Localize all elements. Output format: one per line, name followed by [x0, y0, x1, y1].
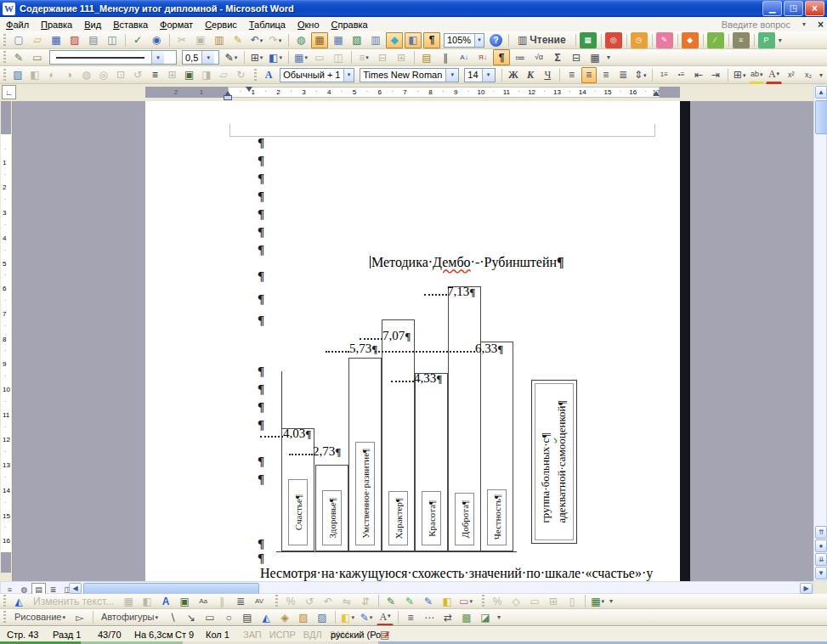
value-label-row[interactable]: 4,33¶ — [391, 371, 442, 386]
toolbar-grip[interactable] — [275, 595, 278, 607]
body-text-line[interactable]: Несмотря·на·кажущуюся·схожесть·значений·… — [260, 566, 653, 581]
toolbar-grip[interactable] — [3, 51, 6, 64]
paste-icon[interactable]: ▥ — [211, 32, 228, 48]
superscript-button[interactable]: x² — [784, 67, 799, 83]
wordart-gallery-icon[interactable]: ▦ — [120, 593, 137, 609]
scroll-up-icon[interactable]: ▲ — [815, 86, 827, 99]
select-frame-icon[interactable]: ▭ — [526, 593, 543, 609]
addin-slash-icon[interactable]: ∕ — [707, 32, 724, 48]
spelling-icon[interactable]: ✓ — [129, 32, 146, 48]
format-picture-icon[interactable]: ◨ — [199, 67, 214, 83]
next-page-icon[interactable]: ⇊ — [815, 553, 827, 566]
format-painter-icon[interactable]: ✎ — [229, 32, 246, 48]
chevron-down-icon[interactable]: ▾ — [802, 20, 806, 28]
sort-ascending-icon[interactable]: А↓ — [456, 49, 473, 65]
zoom-select[interactable]: 105% ▾ — [444, 33, 484, 48]
italic-button[interactable]: К — [523, 67, 538, 83]
addin-acrobat-icon[interactable]: ◎ — [605, 32, 622, 48]
arrow-tool-icon[interactable]: ↘ — [183, 609, 200, 625]
picture-line-style-icon[interactable]: ≡ — [147, 67, 162, 83]
chevron-down-icon[interactable]: ▾ — [445, 69, 458, 82]
insert-wordart-icon[interactable]: ◭ — [10, 593, 27, 609]
value-label-row[interactable]: 6,33¶ — [375, 342, 503, 356]
borders-button[interactable]: ⊞ — [732, 67, 747, 83]
insert-hyperlink-icon[interactable]: ◍ — [292, 32, 309, 48]
insert-picture-icon[interactable]: ▨ — [314, 609, 331, 625]
chart-legend-box[interactable]: группа·больных·с¶адекватной·самооценкой¶ — [531, 380, 577, 544]
value-label-row[interactable]: 5,73¶ — [326, 342, 377, 356]
fill-color-icon[interactable]: ◧ — [339, 609, 356, 625]
split-cells-icon[interactable]: ◫ — [330, 49, 347, 65]
distribute-columns-icon[interactable]: ⊞ — [393, 49, 410, 65]
chevron-down-icon[interactable]: ▾ — [482, 69, 495, 82]
ask-question-box[interactable]: Введите вопрос ▾ × — [722, 19, 827, 31]
category-label-box[interactable]: Характер¶ — [388, 491, 408, 545]
insert-table-icon[interactable]: ▦ — [292, 49, 309, 65]
columns-icon[interactable]: ▥ — [367, 32, 384, 48]
picture-color-icon[interactable]: ◧ — [27, 67, 42, 83]
table-autoformat-icon[interactable]: ▤ — [418, 49, 435, 65]
menu-format[interactable]: Формат — [154, 18, 199, 31]
chevron-down-icon[interactable]: ▾ — [201, 51, 214, 64]
menu-edit[interactable]: Правка — [35, 18, 78, 31]
flip-horizontal-icon[interactable]: ⇋ — [338, 593, 355, 609]
left-indent-marker[interactable] — [224, 95, 232, 100]
shading-color-icon[interactable]: ◧ — [267, 49, 284, 65]
chevron-down-icon[interactable]: ▾ — [151, 51, 164, 64]
style-select[interactable]: Обычный + 14 г ▾ — [280, 68, 354, 82]
toolbar-grip[interactable] — [3, 69, 6, 82]
toolbar-options-icon[interactable]: ▾ — [609, 597, 613, 605]
font-size-select[interactable]: 14 ▾ — [464, 68, 495, 82]
ink-pen-green-icon[interactable]: ✎ — [382, 593, 399, 609]
align-cells-icon[interactable]: ≡ — [355, 49, 372, 65]
status-language[interactable]: русский (Ро — [331, 630, 381, 640]
toolbar-grip[interactable] — [3, 595, 6, 607]
sort-descending-icon[interactable]: Я↓ — [474, 49, 491, 65]
menu-table[interactable]: Таблица — [243, 18, 292, 31]
show-hide-paragraph-icon[interactable]: ¶ — [423, 32, 440, 48]
first-line-indent-marker[interactable] — [246, 87, 252, 92]
previous-page-icon[interactable]: ⇈ — [815, 526, 827, 539]
draw-table-icon[interactable]: ✎ — [10, 49, 27, 65]
wordart-edit-text-button[interactable]: Изменить текст... — [29, 593, 118, 609]
styles-and-formatting-icon[interactable]: А — [261, 67, 276, 83]
layout-tool-icon[interactable]: ▯ — [564, 593, 581, 609]
rotate-free-icon[interactable]: ↺ — [301, 593, 318, 609]
line-color-icon[interactable]: ✎ — [358, 609, 375, 625]
addin-fox-icon[interactable]: ◆ — [682, 32, 699, 48]
decrease-indent-button[interactable]: ⇤ — [691, 67, 706, 83]
insert-table-icon[interactable]: ▦ — [330, 32, 347, 48]
insert-diagram-icon[interactable]: ◈ — [276, 609, 293, 625]
minimize-button[interactable]: ▁ — [762, 1, 782, 16]
autosum-icon[interactable]: Σ — [549, 49, 566, 65]
list-icon[interactable]: ≔ — [512, 49, 529, 65]
format-wordart-icon[interactable]: ◧ — [139, 593, 156, 609]
category-label-box[interactable]: Умственное·развитие¶ — [355, 442, 375, 545]
status-toggle[interactable]: ИСПР — [269, 630, 296, 640]
toolbar-grip[interactable] — [254, 69, 257, 82]
save-icon[interactable]: ▦ — [48, 32, 65, 48]
zoom-tool-icon[interactable]: % — [282, 593, 299, 609]
scroll-right-icon[interactable]: ▶ — [800, 583, 813, 594]
autoshapes-menu-button[interactable]: Автофигуры — [97, 609, 162, 625]
flip-vertical-icon[interactable]: ⇵ — [357, 593, 374, 609]
brightness-less-icon[interactable]: ◎ — [96, 67, 111, 83]
font-color-icon[interactable]: А — [377, 608, 394, 626]
menu-help[interactable]: Справка — [326, 18, 374, 31]
horizontal-ruler[interactable]: 211234567891011121314151617·············… — [14, 84, 813, 100]
distribute-rows-icon[interactable]: ⊟ — [374, 49, 391, 65]
align-center-button[interactable]: ≡ — [581, 67, 597, 83]
toolbar-grip[interactable] — [3, 611, 6, 624]
text-direction-icon[interactable]: ∥ — [437, 49, 454, 65]
wordart-same-letter-heights-icon[interactable]: Аа — [195, 593, 212, 609]
text-wrapping-icon[interactable]: ▣ — [182, 67, 197, 83]
grid-tool-icon[interactable]: ⊞ — [545, 593, 562, 609]
category-label-box[interactable]: Счастье¶ — [288, 479, 308, 545]
line-spacing-button[interactable]: ⇕ — [632, 67, 648, 83]
contrast-less-icon[interactable]: ◑ — [61, 67, 76, 83]
numbered-list-button[interactable]: 1≡ — [656, 67, 671, 83]
align-right-button[interactable]: ≡ — [598, 67, 614, 83]
wordart-shape-icon[interactable]: A — [157, 593, 174, 609]
vertical-scrollbar[interactable]: ▲ ⇈ ● ⇊ ▼ — [813, 84, 827, 581]
category-label-box[interactable]: Красота¶ — [422, 491, 441, 545]
